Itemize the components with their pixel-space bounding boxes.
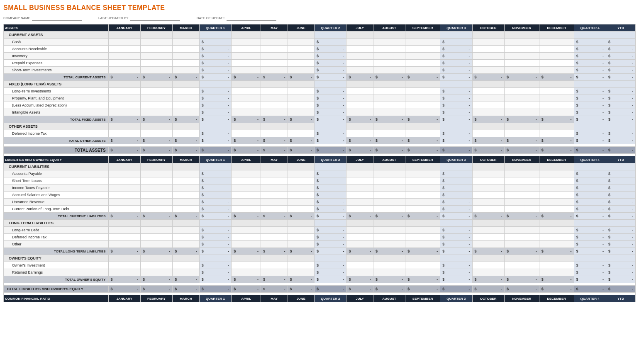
quarter1-footer: QUARTER 1 — [199, 295, 231, 302]
last-updated-value[interactable] — [130, 15, 180, 21]
november-header-2: NOVEMBER — [504, 156, 539, 163]
deferred-income-tax-liab-row: Deferred Income Tax $- $- $- $- $- — [4, 234, 636, 241]
retained-earnings-label: Retained Earnings — [4, 269, 109, 276]
february-header: FEBRUARY — [140, 24, 172, 32]
total-current-liabilities-row: TOTAL CURRENT LIABILITIES $- $- $- $- $-… — [4, 213, 636, 220]
ytd-header-2: YTD — [606, 156, 635, 163]
may-header-2: MAY — [261, 156, 288, 163]
unearned-revenue-label: Unearned Revenue — [4, 199, 109, 206]
prepaid-expenses-label: Prepaid Expenses — [4, 60, 109, 67]
june-header-2: JUNE — [288, 156, 314, 163]
fixed-assets-label: FIXED (LONG TERM) ASSETS — [4, 81, 109, 88]
total-liabilities-equity-label: TOTAL LIABILITIES AND OWNER'S EQUITY — [4, 286, 109, 293]
ytd-footer: YTD — [606, 295, 635, 302]
prepaid-expenses-row: Prepaid Expenses $- $- $- $- $- — [4, 60, 636, 67]
total-long-term-liabilities-label: TOTAL LONG-TERM LIABILITIES — [4, 248, 109, 255]
total-current-assets-label: TOTAL CURRENT ASSETS — [4, 74, 109, 81]
total-fixed-assets-label: TOTAL FIXED ASSETS — [4, 116, 109, 123]
accrued-salaries-label: Accrued Salaries and Wages — [4, 192, 109, 199]
march-header-2: MARCH — [173, 156, 199, 163]
quarter2-footer: QUARTER 2 — [315, 295, 346, 302]
total-other-assets-row: TOTAL OTHER ASSETS $- $- $- $- $- $- $- … — [4, 137, 636, 144]
august-header: AUGUST — [373, 24, 405, 32]
long-term-liabilities-header-row: LONG TERM LIABILITIES — [4, 220, 636, 227]
page: SMALL BUSINESS BALANCE SHEET TEMPLATE CO… — [0, 0, 639, 306]
june-header: JUNE — [288, 24, 314, 32]
long-term-investments-label: Long-Term Investments — [4, 88, 109, 95]
ytd-header: YTD — [606, 24, 635, 32]
short-term-investments-label: Short-Term Investments — [4, 67, 109, 74]
september-header-2: SEPTEMBER — [405, 156, 440, 163]
owners-equity-label: OWNER'S EQUITY — [4, 255, 109, 262]
owners-equity-header-row: OWNER'S EQUITY — [4, 255, 636, 262]
march-footer: MARCH — [173, 295, 199, 302]
other-liab-row: Other $- $- $- $- $- — [4, 241, 636, 248]
may-header: MAY — [261, 24, 288, 32]
february-header-2: FEBRUARY — [140, 156, 172, 163]
income-taxes-payable-label: Income Taxes Payable — [4, 184, 109, 192]
december-header-2: DECEMBER — [539, 156, 574, 163]
april-header: APRIL — [232, 24, 261, 32]
quarter1-header-2: QUARTER 1 — [199, 156, 231, 163]
date-field: DATE OF UPDATE — [197, 15, 276, 21]
january-header-2: JANUARY — [108, 156, 140, 163]
july-header-2: JULY — [346, 156, 373, 163]
fixed-assets-header-row: FIXED (LONG TERM) ASSETS — [4, 81, 636, 88]
intangible-assets-label: Intangible Assets — [4, 109, 109, 116]
october-header-2: OCTOBER — [472, 156, 504, 163]
intangible-assets-row: Intangible Assets $- $- $- $- $- — [4, 109, 636, 116]
current-liabilities-label: CURRENT LIABILITIES — [4, 163, 109, 170]
accounts-receivable-row: Accounts Receivable $- $- $- $- $- — [4, 46, 636, 53]
company-name-label: COMPANY NAME — [3, 16, 30, 20]
june-footer: JUNE — [288, 295, 314, 302]
accounts-payable-label: Accounts Payable — [4, 170, 109, 177]
common-financial-ratio-label: COMMON FINANCIAL RATIO — [4, 295, 109, 302]
short-term-loans-label: Short-Term Loans — [4, 177, 109, 184]
accounts-receivable-label: Accounts Receivable — [4, 46, 109, 53]
ppe-row: Property, Plant, and Equipment $- $- $- … — [4, 95, 636, 102]
owners-investment-label: Owner's Investment — [4, 262, 109, 269]
march-header: MARCH — [173, 24, 199, 32]
last-updated-field: LAST UPDATED BY — [98, 15, 180, 21]
current-assets-header-row: CURRENT ASSETS — [4, 32, 636, 39]
september-header: SEPTEMBER — [405, 24, 440, 32]
deferred-income-tax-assets-row: Deferred Income Tax $- $- $- $- $- — [4, 130, 636, 137]
july-footer: JULY — [346, 295, 373, 302]
total-current-assets-row: TOTAL CURRENT ASSETS $- $- $- $- $- $- $… — [4, 74, 636, 81]
current-liabilities-header-row: CURRENT LIABILITIES — [4, 163, 636, 170]
october-header: OCTOBER — [472, 24, 504, 32]
quarter4-header: QUARTER 4 — [574, 24, 606, 32]
october-footer: OCTOBER — [472, 295, 504, 302]
quarter3-footer: QUARTER 3 — [440, 295, 472, 302]
liabilities-header-row: LIABILITIES AND OWNER'S EQUITY JANUARY F… — [4, 156, 636, 163]
total-owners-equity-row: TOTAL OWNER'S EQUITY $- $- $- $- $- $- $… — [4, 276, 636, 283]
total-owners-equity-label: TOTAL OWNER'S EQUITY — [4, 276, 109, 283]
total-other-assets-label: TOTAL OTHER ASSETS — [4, 137, 109, 144]
january-header: JANUARY — [108, 24, 140, 32]
august-header-2: AUGUST — [373, 156, 405, 163]
may-footer: MAY — [261, 295, 288, 302]
company-name-value[interactable] — [32, 15, 82, 21]
long-term-debt-label: Long-Term Debt — [4, 227, 109, 234]
total-assets-row: TOTAL ASSETS $- $- $- $- $- $- $- $- $- … — [4, 147, 636, 154]
page-title: SMALL BUSINESS BALANCE SHEET TEMPLATE — [3, 4, 636, 12]
depreciation-row: (Less Accumulated Depreciation) $- $- $-… — [4, 102, 636, 109]
common-financial-ratio-row: COMMON FINANCIAL RATIO JANUARY FEBRUARY … — [4, 295, 636, 302]
january-footer: JANUARY — [108, 295, 140, 302]
other-liab-label: Other — [4, 241, 109, 248]
july-header: JULY — [346, 24, 373, 32]
deferred-income-tax-assets-label: Deferred Income Tax — [4, 130, 109, 137]
february-footer: FEBRUARY — [140, 295, 172, 302]
quarter1-header: QUARTER 1 — [199, 24, 231, 32]
november-header: NOVEMBER — [504, 24, 539, 32]
quarter4-footer: QUARTER 4 — [574, 295, 606, 302]
current-ltd-row: Current Portion of Long-Term Debt $- $- … — [4, 206, 636, 213]
date-value[interactable] — [227, 15, 276, 21]
assets-col-header: ASSETS — [4, 24, 109, 32]
long-term-debt-row: Long-Term Debt $- $- $- $- $- — [4, 227, 636, 234]
depreciation-label: (Less Accumulated Depreciation) — [4, 102, 109, 109]
income-taxes-payable-row: Income Taxes Payable $- $- $- $- $- — [4, 184, 636, 192]
december-header: DECEMBER — [539, 24, 574, 32]
quarter4-header-2: QUARTER 4 — [574, 156, 606, 163]
quarter2-header: QUARTER 2 — [315, 24, 346, 32]
